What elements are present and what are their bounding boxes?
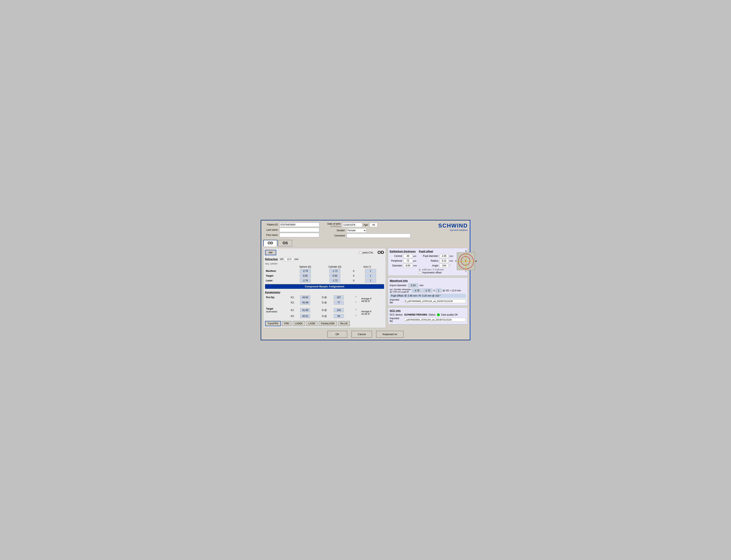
dob-input[interactable] [342, 223, 362, 227]
right-panel: Epithelium thickness Central: µm Periphe… [388, 248, 468, 328]
wf-sphere-input[interactable] [412, 289, 422, 293]
post-cxl-checkbox[interactable] [359, 251, 362, 254]
compass-i: I [466, 270, 466, 273]
target-k-label: Target (estimated): [265, 307, 290, 313]
k2-unit: D @ [321, 300, 333, 305]
gender-select[interactable]: Female Male [347, 228, 366, 233]
wf-axis-input[interactable] [436, 289, 442, 293]
comment-input[interactable] [347, 233, 410, 238]
k2-value-input[interactable] [300, 301, 310, 305]
laser-label: Laser: [265, 278, 291, 283]
status-icon [437, 313, 440, 316]
angle-label: Angle: [419, 264, 439, 267]
tab-os[interactable]: OS [278, 240, 292, 246]
last-name-input[interactable] [279, 228, 319, 232]
preop-avg-label: Average K [361, 297, 383, 300]
last-name-label: Last name: [263, 228, 278, 231]
cancel-button[interactable]: Cancel [351, 331, 372, 338]
target-axis-input[interactable] [365, 274, 376, 278]
k1-axis-input[interactable] [334, 295, 344, 299]
wavefront-section: Wavefront info Import diameter: mm ext. … [388, 277, 468, 306]
post-cxl-label: post-CXL [363, 251, 373, 254]
import-diam-label: Import diameter: [390, 284, 407, 287]
tk1-unit: D @ [321, 307, 333, 313]
preop-row: Pre-Op: K1: D @ ° Average K 44.55 D [265, 295, 384, 300]
k1-value-input[interactable] [300, 295, 310, 299]
tk2-axis-input[interactable] [334, 314, 344, 318]
pupil-offset-title: Pupil offset [419, 250, 433, 253]
manifest-axis-input[interactable] [365, 269, 376, 273]
keratometry-table: Pre-Op: K1: D @ ° Average K 44.55 D [265, 295, 384, 319]
target-row: Target: X [265, 273, 384, 278]
scc-title: SCC info [390, 309, 401, 312]
relift-button[interactable]: Re-Lift [338, 321, 350, 326]
peripheral-label: Peripheral: [390, 259, 403, 262]
angle-unit: ° [449, 264, 450, 267]
peripheral-input[interactable] [403, 259, 412, 263]
tk1-axis-input[interactable] [334, 308, 344, 312]
manifest-cylinder-input[interactable] [329, 269, 340, 273]
target-sphere-input[interactable] [300, 274, 311, 278]
ok-button[interactable]: OK [327, 331, 347, 338]
manifest-sphere-input[interactable] [300, 269, 311, 273]
asym-checkbox[interactable] [419, 271, 421, 274]
pupil-diagram [457, 252, 475, 270]
vd-label: VD: [280, 258, 284, 261]
wf-cylinder-input[interactable] [422, 289, 432, 293]
comment-label: Comment: [327, 234, 345, 237]
import-diam-input[interactable] [408, 283, 418, 287]
pupil-diam-unit: mm [449, 255, 453, 257]
tk2-unit: D @ [321, 314, 333, 319]
header-row: Patient-ID: Last name: First name: Date … [263, 222, 468, 238]
k2-axis-input[interactable] [334, 301, 344, 305]
angle-input[interactable] [440, 264, 449, 268]
vd-input[interactable] [285, 257, 294, 261]
diameter-unit: mm [413, 264, 417, 267]
preop-avg-value: 44.55 D [361, 300, 370, 303]
dob-label: Date of birth: [327, 222, 341, 225]
first-name-label: First name: [263, 234, 278, 236]
lasik-button[interactable]: LASIK [306, 321, 318, 326]
patient-id-input[interactable] [279, 222, 319, 227]
target-cylinder-input[interactable] [329, 274, 340, 278]
col-axis: Axis (°) [350, 265, 384, 269]
age-input[interactable] [369, 223, 377, 227]
laser-x: X [350, 278, 357, 283]
tk1-value-input[interactable] [300, 308, 310, 312]
epithelium-section: Epithelium thickness Central: µm Periphe… [388, 248, 468, 276]
laser-cylinder-input[interactable] [329, 279, 340, 283]
central-unit: µm [413, 255, 416, 257]
ow-bar: 0W post-CXL OD [265, 250, 384, 255]
diameter-input[interactable] [403, 264, 412, 268]
bottom-buttons: OK Cancel Keyboard on [263, 331, 468, 338]
keratometry-title: Keratometry [265, 291, 280, 294]
xy-offset-text: X: -0.05 mm / Y: 0.20 mm [419, 268, 453, 271]
wf-file-input[interactable] [404, 299, 466, 303]
laser-sphere-input[interactable] [300, 279, 311, 283]
tk2-value-input[interactable] [300, 314, 310, 318]
od-badge: OD [377, 250, 384, 255]
tabs-row: OD OS [263, 240, 468, 246]
prk-button[interactable]: PRK [282, 321, 292, 326]
target-label: Target: [265, 273, 291, 278]
target-avg-value: 41.55 D [361, 313, 370, 315]
first-name-input[interactable] [279, 233, 319, 237]
scc-section: SCC info SCC device: SCHWIND PERAMIS Sta… [388, 307, 468, 324]
scc-file-input[interactable] [404, 318, 466, 322]
radius-input[interactable] [440, 259, 449, 263]
left-panel: 0W post-CXL OD Refraction VD: mm [263, 248, 386, 328]
content-area: 0W post-CXL OD Refraction VD: mm [263, 248, 468, 328]
main-window: Patient-ID: Last name: First name: Date … [261, 220, 470, 340]
keyboard-on-button[interactable]: Keyboard on [376, 331, 404, 338]
pupil-diam-input[interactable] [440, 254, 449, 258]
patient-id-label: Patient-ID: [263, 223, 278, 226]
lasek-button[interactable]: LASEK [293, 321, 305, 326]
laser-axis-input[interactable] [365, 279, 376, 283]
post-cxl-area: post-CXL [359, 251, 373, 254]
tab-od[interactable]: OD [263, 240, 277, 246]
femtolasik-button[interactable]: FemtoLASIK [319, 321, 337, 326]
ow-button[interactable]: 0W [265, 250, 276, 255]
k1-label: K1: [290, 295, 299, 300]
transprk-button[interactable]: TransPRK [265, 321, 281, 326]
central-input[interactable] [403, 254, 412, 258]
